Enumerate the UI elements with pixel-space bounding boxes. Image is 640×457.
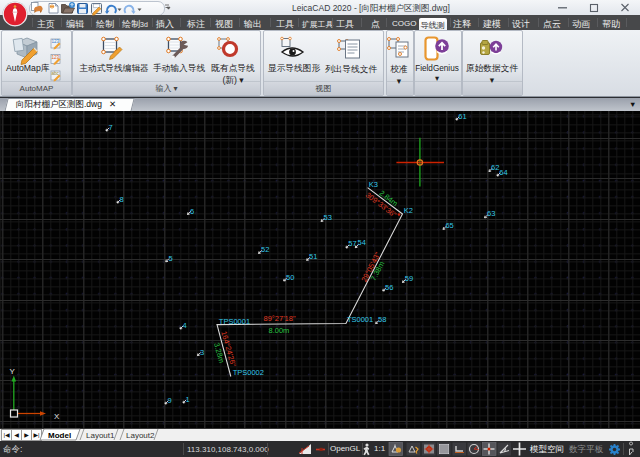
svg-text:TPS0002: TPS0002 [233,368,264,377]
svg-text:9: 9 [168,396,172,405]
svg-text:4: 4 [183,321,187,330]
svg-text:59: 59 [405,274,413,283]
svg-text:K3: K3 [369,180,378,189]
svg-text:Y: Y [10,367,16,376]
svg-text:54: 54 [358,238,366,247]
svg-text:62: 62 [491,163,499,172]
svg-text:K2: K2 [404,206,413,215]
svg-text:63: 63 [487,209,495,218]
svg-text:50: 50 [286,273,294,282]
svg-text:51: 51 [309,252,317,261]
svg-text:56: 56 [385,283,393,292]
svg-text:61: 61 [458,112,466,121]
svg-text:7: 7 [109,123,113,132]
svg-text:57: 57 [348,239,356,248]
svg-text:1: 1 [186,395,190,404]
svg-text:64: 64 [499,168,507,177]
svg-text:58: 58 [378,315,386,324]
svg-text:6: 6 [190,207,194,216]
svg-text:X: X [54,412,60,421]
svg-text:5: 5 [168,254,172,263]
svg-text:3: 3 [200,348,204,357]
svg-text:89°27'18": 89°27'18" [264,314,296,323]
svg-text:65: 65 [445,221,453,230]
svg-text:52: 52 [261,245,269,254]
svg-text:8: 8 [120,195,124,204]
svg-text:TPS0001: TPS0001 [219,317,250,326]
svg-text:53: 53 [324,213,332,222]
svg-text:TS0001: TS0001 [347,315,373,324]
svg-text:8.00m: 8.00m [269,326,290,335]
